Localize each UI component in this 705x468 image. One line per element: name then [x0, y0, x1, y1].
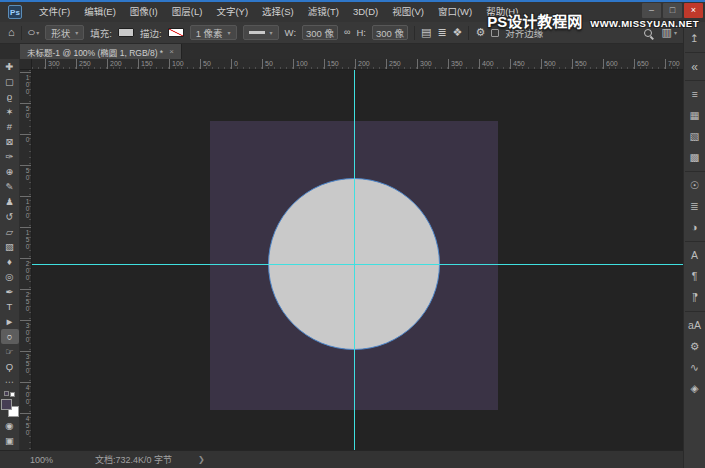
menu-item[interactable]: 窗口(W): [431, 2, 479, 22]
paragraph-panel-icon[interactable]: ¶: [685, 266, 705, 287]
learn-panel-icon[interactable]: ☉: [685, 171, 705, 196]
swatches-panel-icon[interactable]: ▦: [685, 105, 705, 126]
frame-tool-icon[interactable]: ⊠: [1, 134, 19, 149]
screen-mode-icon[interactable]: ▣: [1, 433, 19, 448]
lasso-tool-icon[interactable]: ϱ: [1, 89, 19, 104]
path-operations-icon[interactable]: ▤: [421, 27, 431, 38]
path-selection-tool-icon[interactable]: ►: [1, 314, 19, 329]
ruler-label: 450: [20, 413, 32, 444]
home-icon[interactable]: ⌂: [8, 27, 15, 38]
gradients-panel-icon[interactable]: ▧: [685, 126, 705, 147]
search-icon[interactable]: [644, 29, 652, 37]
canvas-viewport[interactable]: [32, 70, 683, 450]
align-edges-checkbox[interactable]: [491, 29, 499, 37]
move-tool-icon[interactable]: ✚: [1, 59, 19, 74]
pen-tool-icon[interactable]: ✒: [1, 284, 19, 299]
crop-tool-icon[interactable]: #: [1, 119, 19, 134]
foreground-background-swatches[interactable]: [1, 399, 19, 417]
tool-preset-dropdown[interactable]: ○ ▾: [28, 27, 40, 38]
paths-panel-icon[interactable]: ∿: [685, 357, 705, 378]
type-tool-icon[interactable]: T: [1, 299, 19, 314]
ruler-label: 50: [20, 103, 32, 134]
quick-mask-icon[interactable]: ◉: [1, 418, 19, 433]
close-icon[interactable]: ×: [169, 47, 174, 56]
status-chevron-icon[interactable]: ❯: [198, 455, 205, 464]
menu-item[interactable]: 3D(D): [346, 2, 385, 22]
menu-item[interactable]: 视图(V): [385, 2, 431, 22]
chevron-down-icon: ▾: [270, 29, 273, 36]
stroke-color-swatch[interactable]: [168, 28, 184, 37]
minimize-button[interactable]: –: [642, 3, 661, 18]
horizontal-ruler[interactable]: 3002502001501005005010015020025030035040…: [32, 59, 683, 70]
menu-item[interactable]: 图层(L): [165, 2, 210, 22]
share-icon[interactable]: ↥: [685, 28, 705, 49]
libraries-panel-icon[interactable]: ≣: [685, 196, 705, 217]
chevron-down-icon: ▾: [228, 29, 231, 36]
ruler-label: 250: [76, 59, 107, 70]
patterns-panel-icon[interactable]: ▩: [685, 147, 705, 168]
tool-options-bar: ⌂ ○ ▾ 形状 ▾ 填充: 描边: 1 像素 ▾ ▾ W: 300 像 ∞ H…: [0, 22, 683, 44]
menu-item[interactable]: 选择(S): [255, 2, 301, 22]
path-arrangement-icon[interactable]: ❖: [453, 27, 463, 38]
menu-item[interactable]: 文件(F): [32, 2, 77, 22]
color-panel-icon[interactable]: ≡: [685, 80, 705, 105]
ruler-label: 0: [20, 134, 32, 165]
vertical-guide[interactable]: [354, 70, 355, 450]
eyedropper-tool-icon[interactable]: ✑: [1, 149, 19, 164]
menu-item[interactable]: 编辑(E): [77, 2, 123, 22]
ellipse-tool-icon[interactable]: ○: [1, 329, 19, 344]
gear-icon[interactable]: ⚙: [475, 27, 485, 38]
brush-tool-icon[interactable]: ✎: [1, 179, 19, 194]
tools-panel: ✚ ▢ ϱ ✶ # ⊠ ✑ ⊕ ✎ ♟ ↺ ▱: [0, 59, 20, 450]
menu-item[interactable]: 图像(I): [123, 2, 165, 22]
width-input[interactable]: 300 像: [302, 25, 338, 40]
layers-panel-icon[interactable]: ◈: [685, 378, 705, 399]
maximize-button[interactable]: □: [663, 3, 682, 18]
stroke-style-select[interactable]: ▾: [243, 25, 279, 40]
character-styles-panel-icon[interactable]: aA: [685, 311, 705, 336]
fill-color-swatch[interactable]: [118, 28, 134, 37]
eraser-tool-icon[interactable]: ▱: [1, 224, 19, 239]
close-button[interactable]: ×: [684, 3, 703, 18]
workspace-switcher[interactable]: ▥ ▾: [662, 27, 677, 38]
healing-brush-tool-icon[interactable]: ⊕: [1, 164, 19, 179]
adjustments-panel-icon[interactable]: ◑: [685, 217, 705, 238]
dodge-tool-icon[interactable]: ◎: [1, 269, 19, 284]
marquee-tool-icon[interactable]: ▢: [1, 74, 19, 89]
menu-bar: 文件(F)编辑(E)图像(I)图层(L)文字(Y)选择(S)滤镜(T)3D(D)…: [32, 2, 525, 22]
menu-item[interactable]: 文字(Y): [209, 2, 255, 22]
shape-mode-select[interactable]: 形状 ▾: [45, 25, 84, 40]
collapse-panels-icon[interactable]: «: [685, 52, 705, 77]
clone-stamp-tool-icon[interactable]: ♟: [1, 194, 19, 209]
separator: [414, 26, 415, 40]
stroke-width-select[interactable]: 1 像素 ▾: [190, 25, 237, 40]
quick-selection-tool-icon[interactable]: ✶: [1, 104, 19, 119]
character-panel-icon[interactable]: A: [685, 241, 705, 266]
horizontal-guide[interactable]: [32, 264, 683, 265]
stroke-style-line-icon: [249, 31, 265, 34]
link-dimensions-icon[interactable]: ∞: [344, 28, 350, 37]
height-input[interactable]: 300 像: [372, 25, 408, 40]
ruler-label: 350: [448, 59, 479, 70]
zoom-level-field[interactable]: 100%: [30, 455, 53, 465]
history-brush-tool-icon[interactable]: ↺: [1, 209, 19, 224]
glyphs-panel-icon[interactable]: ¶: [685, 287, 705, 308]
foreground-color-swatch[interactable]: [1, 399, 12, 410]
properties-panel-icon[interactable]: ⚙: [685, 336, 705, 357]
menu-item[interactable]: 帮助(H): [479, 2, 525, 22]
document-tab[interactable]: 未标题-1 @ 100% (椭圆 1, RGB/8) * ×: [20, 44, 182, 59]
edit-toolbar-icon[interactable]: ⋯: [1, 374, 19, 389]
align-edges-label: 对齐边缘: [505, 26, 543, 40]
height-label: H:: [356, 27, 366, 38]
path-alignment-icon[interactable]: ≣: [437, 27, 446, 38]
zoom-tool-icon[interactable]: Ϙ: [1, 359, 19, 374]
vertical-ruler[interactable]: 10050050100150200250300350400450: [20, 70, 32, 450]
photoshop-window: Ps 文件(F)编辑(E)图像(I)图层(L)文字(Y)选择(S)滤镜(T)3D…: [0, 0, 705, 468]
ruler-origin-corner[interactable]: [20, 59, 32, 70]
default-colors-icon[interactable]: [4, 391, 16, 397]
ruler-label: 200: [355, 59, 386, 70]
blur-tool-icon[interactable]: ♦: [1, 254, 19, 269]
hand-tool-icon[interactable]: ☞: [1, 344, 19, 359]
menu-item[interactable]: 滤镜(T): [301, 2, 346, 22]
gradient-tool-icon[interactable]: ▧: [1, 239, 19, 254]
